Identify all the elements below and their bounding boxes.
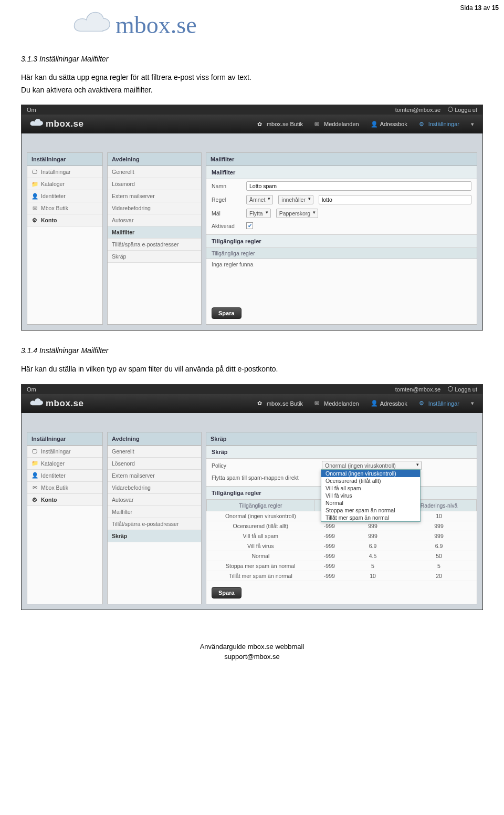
nav-logo[interactable]: mbox.se: [30, 118, 83, 130]
name-label: Namn: [212, 183, 241, 189]
dept-losenord[interactable]: Lösenord: [108, 178, 201, 190]
table-row: Vill få all spam-999999999: [207, 531, 477, 541]
nav-butik[interactable]: ✿mbox.se Butik: [257, 400, 303, 407]
about-link[interactable]: Om: [27, 386, 36, 393]
folder-icon: 📁: [32, 181, 38, 187]
logout-link[interactable]: Logga ut: [448, 107, 477, 113]
dept-autosvar[interactable]: Autosvar: [108, 214, 201, 226]
dept-vidare[interactable]: Vidarebefodring: [108, 202, 201, 214]
footer-line2: support@mbox.se: [21, 652, 483, 662]
sidebar-item-installningar[interactable]: 🖵Inställningar: [27, 166, 102, 178]
gear-icon: ✿: [257, 400, 264, 407]
dropdown-caret-icon[interactable]: ▾: [471, 400, 474, 407]
table-cell: Onormal (ingen viruskontroll): [207, 511, 315, 521]
table-cell: -999: [314, 531, 344, 541]
dept-extern[interactable]: Extern mailserver: [108, 190, 201, 202]
gear-icon: ⚙: [419, 121, 426, 128]
power-icon: [448, 386, 453, 391]
gear-icon: ✿: [257, 121, 264, 128]
sidebar-item-installningar[interactable]: 🖵Inställningar: [27, 446, 102, 458]
brand-text: mbox.se: [116, 11, 197, 39]
target-action-select[interactable]: Flytta: [246, 209, 271, 218]
dept-tillat[interactable]: Tillåt/spärra e-postadresser: [108, 239, 201, 251]
col-rules: Tillgängliga regler: [207, 500, 315, 511]
table-row: Stoppa mer spam än normal-99955: [207, 561, 477, 571]
table-row: Tillåt mer spam än normal-9991020: [207, 571, 477, 581]
nav-addressbook[interactable]: 👤Adressbok: [371, 121, 407, 128]
cart-icon: ✉: [32, 205, 38, 211]
avail-rules-col: Tillgängliga regler: [206, 248, 477, 259]
person-icon: 👤: [371, 121, 377, 128]
table-cell: 5: [402, 561, 477, 571]
nav-messages[interactable]: ✉Meddelanden: [314, 121, 359, 128]
folder-icon: 📁: [32, 460, 38, 467]
dept-generellt[interactable]: Generellt: [108, 166, 201, 178]
activated-checkbox[interactable]: ✔: [246, 222, 253, 229]
dept-mailfilter[interactable]: Mailfilter: [108, 506, 201, 518]
nav-addressbook[interactable]: 👤Adressbok: [371, 400, 407, 407]
table-cell: 20: [402, 571, 477, 581]
mid-panel-header: Avdelning: [108, 432, 201, 446]
sidebar-item-konto[interactable]: ⚙Konto: [27, 494, 102, 506]
nav-messages[interactable]: ✉Meddelanden: [314, 400, 359, 407]
rule-value-input[interactable]: [319, 195, 471, 204]
nav-logo[interactable]: mbox.se: [30, 398, 83, 409]
cloud-icon: [74, 11, 111, 39]
dept-mailfilter[interactable]: Mailfilter: [108, 226, 201, 239]
dept-tillat[interactable]: Tillåt/spärra e-postadresser: [108, 518, 201, 530]
name-input[interactable]: [246, 181, 471, 191]
table-cell: 6.9: [402, 541, 477, 551]
save-button[interactable]: Spara: [212, 307, 242, 319]
monitor-icon: 🖵: [32, 169, 38, 175]
table-row: Ocensurerad (tillåt allt)-999999999: [207, 521, 477, 531]
save-button[interactable]: Spara: [212, 587, 242, 599]
sidebar-item-konto[interactable]: ⚙Konto: [27, 214, 102, 226]
dept-skrap[interactable]: Skräp: [108, 251, 201, 263]
policy-option[interactable]: Onormal (ingen viruskontroll): [321, 470, 420, 477]
table-cell: 999: [402, 521, 477, 531]
dept-vidare[interactable]: Vidarebefodring: [108, 482, 201, 494]
sidebar-item-identiteter[interactable]: 👤Identiteter: [27, 190, 102, 202]
table-cell: Normal: [207, 551, 315, 561]
rule-op-select[interactable]: innehåller: [278, 195, 313, 204]
policy-option[interactable]: Normal: [321, 499, 420, 507]
section-313-title: 3.1.3 Inställningar Mailfilter: [21, 55, 483, 63]
dropdown-caret-icon[interactable]: ▾: [471, 121, 474, 128]
mid-panel-header: Avdelning: [108, 153, 201, 166]
policy-option[interactable]: Stoppa mer spam än normal: [321, 507, 420, 514]
table-row: Vill få virus-9996.96.9: [207, 541, 477, 551]
policy-dropdown[interactable]: Onormal (ingen viruskontroll) Ocensurera…: [321, 469, 421, 522]
sidebar-item-kataloger[interactable]: 📁Kataloger: [27, 178, 102, 190]
dept-skrap[interactable]: Skräp: [108, 530, 201, 542]
sidebar-item-kataloger[interactable]: 📁Kataloger: [27, 458, 102, 470]
page-number: Sida 13 av 15: [460, 4, 499, 12]
table-cell: 999: [344, 521, 402, 531]
policy-label: Policy: [212, 462, 317, 469]
cloud-icon: [30, 398, 44, 409]
nav-settings[interactable]: ⚙Inställningar: [419, 121, 459, 128]
policy-option[interactable]: Tillåt mer spam än normal: [321, 514, 420, 521]
sidebar-item-butik[interactable]: ✉Mbox Butik: [27, 482, 102, 494]
table-cell: 999: [344, 531, 402, 541]
dept-generellt[interactable]: Generellt: [108, 446, 201, 458]
policy-option[interactable]: Ocensurerad (tillåt allt): [321, 477, 420, 484]
sidebar-item-identiteter[interactable]: 👤Identiteter: [27, 470, 102, 482]
nav-settings[interactable]: ⚙Inställningar: [419, 400, 459, 407]
table-cell: Ocensurerad (tillåt allt): [207, 521, 315, 531]
dept-autosvar[interactable]: Autosvar: [108, 494, 201, 506]
target-folder-select[interactable]: Papperskorg: [276, 209, 319, 218]
rule-subject-select[interactable]: Ämnet: [246, 195, 273, 204]
logout-link[interactable]: Logga ut: [448, 386, 477, 393]
sidebar-item-butik[interactable]: ✉Mbox Butik: [27, 202, 102, 214]
person-icon: 👤: [32, 193, 38, 199]
gear-icon: ⚙: [419, 400, 426, 407]
dept-extern[interactable]: Extern mailserver: [108, 470, 201, 482]
policy-option[interactable]: Vill få all spam: [321, 484, 420, 492]
target-label: Mål: [212, 210, 241, 216]
cloud-icon: [30, 118, 44, 130]
nav-butik[interactable]: ✿mbox.se Butik: [257, 121, 303, 128]
about-link[interactable]: Om: [27, 107, 36, 113]
mail-icon: ✉: [314, 121, 321, 128]
policy-option[interactable]: Vill få virus: [321, 492, 420, 499]
dept-losenord[interactable]: Lösenord: [108, 458, 201, 470]
